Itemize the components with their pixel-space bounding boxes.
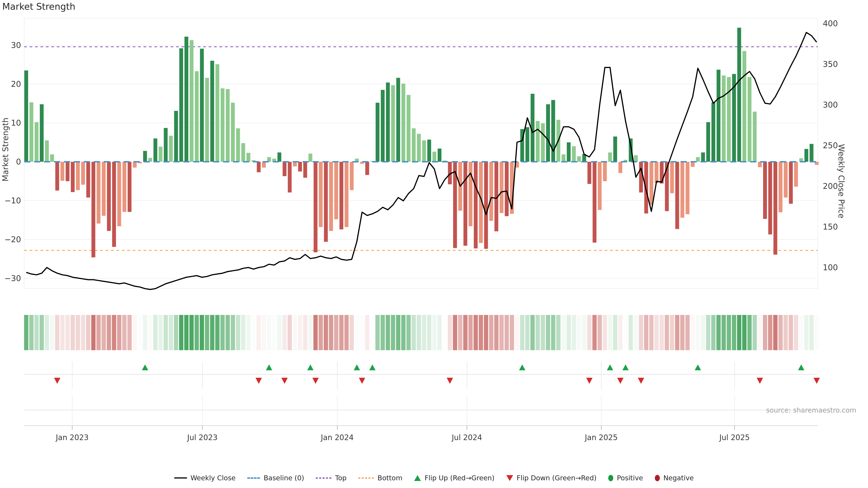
heatmap-cell xyxy=(432,315,436,350)
strength-bar xyxy=(241,143,245,162)
strength-bar xyxy=(169,136,173,162)
x-axis-tick-label: Jan 2024 xyxy=(320,433,353,442)
strength-bar xyxy=(634,155,638,162)
heatmap-cell xyxy=(282,315,287,350)
heatmap-cell xyxy=(437,315,442,350)
strength-bar xyxy=(546,104,550,162)
flip-up-marker xyxy=(798,364,804,370)
strength-bar xyxy=(541,123,545,162)
legend-item-flip-down: Flip Down (Green→Red) xyxy=(506,474,596,482)
strength-bar xyxy=(660,162,664,184)
strength-bar xyxy=(706,122,710,162)
heatmap-cell xyxy=(45,315,49,350)
heatmap-cell xyxy=(541,315,545,350)
heatmap-cell xyxy=(670,315,674,350)
legend-item-top: Top xyxy=(316,474,346,482)
strength-bar xyxy=(303,162,307,178)
heatmap-cell xyxy=(752,315,757,350)
strength-bar xyxy=(365,162,369,175)
heatmap-cell xyxy=(91,315,96,350)
flip-down-marker xyxy=(638,378,644,384)
legend-item-weekly-close: Weekly Close xyxy=(174,474,236,482)
left-axis-tick-label: −20 xyxy=(4,235,21,244)
strength-bar xyxy=(35,122,38,162)
heatmap-cell xyxy=(711,315,715,350)
heatmap-cell xyxy=(396,315,400,350)
strength-bar xyxy=(112,162,116,247)
flip-up-marker xyxy=(369,364,375,370)
heatmap-cell xyxy=(200,315,204,350)
heatmap-cell xyxy=(50,315,54,350)
heatmap-cell xyxy=(153,315,158,350)
strength-bar xyxy=(153,138,157,162)
strength-bar xyxy=(164,128,168,162)
heatmap-cell xyxy=(24,315,29,350)
strength-bar xyxy=(107,162,111,231)
strength-bar xyxy=(345,162,348,227)
strength-bar xyxy=(562,154,565,162)
heatmap-cell xyxy=(220,315,225,350)
strength-bar xyxy=(432,152,436,162)
heatmap-cell xyxy=(143,315,147,350)
heatmap-cell xyxy=(412,315,416,350)
heatmap-cell xyxy=(34,315,39,350)
strength-bar xyxy=(283,162,286,176)
flip-up-triangle-icon xyxy=(414,475,421,481)
flip-up-marker xyxy=(694,364,701,370)
heatmap-cell xyxy=(246,315,250,350)
heatmap-cell xyxy=(60,315,64,350)
heatmap-cell xyxy=(360,315,364,350)
strength-bar xyxy=(613,136,617,162)
heatmap-cell xyxy=(598,315,602,350)
strength-bar xyxy=(329,162,333,231)
heatmap-cell xyxy=(287,315,292,350)
heatmap-cell xyxy=(164,315,168,350)
strength-bar xyxy=(29,102,33,162)
heatmap-cell xyxy=(349,315,354,350)
flip-down-marker xyxy=(54,378,60,384)
strength-bar xyxy=(334,162,338,219)
strength-bar xyxy=(340,162,343,229)
heatmap-cell xyxy=(417,315,421,350)
strength-bar xyxy=(474,162,477,249)
heatmap-cell xyxy=(789,315,793,350)
flip-down-marker xyxy=(359,378,365,384)
heatmap-cell xyxy=(256,315,261,350)
heatmap-cell xyxy=(184,315,188,350)
legend-item-baseline: Baseline (0) xyxy=(247,474,304,482)
heatmap-cell xyxy=(70,315,75,350)
heatmap-cell xyxy=(592,315,597,350)
heatmap-cell xyxy=(65,315,70,350)
strength-bar xyxy=(639,162,643,193)
strength-bar xyxy=(711,102,715,162)
heatmap-cell xyxy=(29,315,33,350)
heatmap-cell xyxy=(510,315,514,350)
heatmap-cell xyxy=(608,315,612,350)
x-axis-tick-label: Jul 2024 xyxy=(451,433,482,442)
x-axis-tick-label: Jul 2023 xyxy=(187,433,217,442)
strength-bar xyxy=(794,162,798,187)
heatmap-cell xyxy=(329,315,333,350)
strength-bar xyxy=(195,71,199,162)
heatmap-cell xyxy=(665,315,669,350)
right-axis-tick-label: 300 xyxy=(823,100,838,109)
flip-down-marker xyxy=(447,378,453,384)
heatmap-cell xyxy=(303,315,307,350)
strength-bar xyxy=(696,157,700,162)
heatmap-cell xyxy=(566,315,571,350)
heatmap-cell xyxy=(618,315,622,350)
heatmap-cell xyxy=(355,315,359,350)
heatmap-cell xyxy=(406,315,411,350)
strength-bar xyxy=(779,162,782,213)
flip-down-marker xyxy=(757,378,763,384)
heatmap-cell xyxy=(794,315,798,350)
strength-bar xyxy=(123,162,126,212)
strength-bar xyxy=(438,149,441,162)
strength-bar xyxy=(257,162,260,172)
heatmap-cell xyxy=(783,315,788,350)
heatmap-cell xyxy=(313,315,318,350)
legend-item-positive: Positive xyxy=(608,474,643,482)
strength-bar xyxy=(293,162,297,166)
strength-bar xyxy=(210,61,214,162)
strength-bar xyxy=(231,103,235,162)
